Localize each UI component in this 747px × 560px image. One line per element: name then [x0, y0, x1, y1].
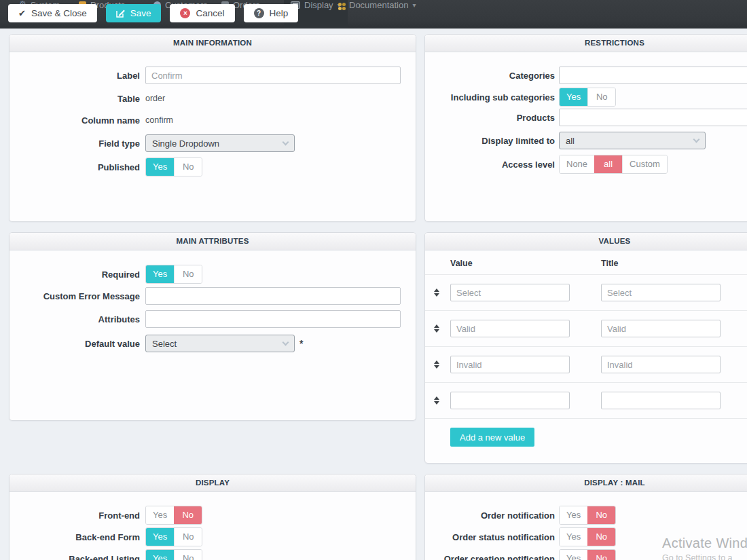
published-no-option[interactable]: No	[174, 158, 202, 176]
sub-categories-yes-option[interactable]: Yes	[560, 88, 587, 106]
title-input[interactable]	[601, 392, 721, 409]
value-input[interactable]	[450, 284, 570, 301]
add-value-button[interactable]: Add a new value	[450, 428, 534, 447]
watermark-line1: Activate Wind	[662, 536, 747, 551]
save-close-button[interactable]: ✔ Save & Close	[8, 4, 97, 22]
windows-activation-watermark: Activate Wind Go to Settings to a	[662, 536, 747, 560]
back-end-form-toggle: Yes No	[145, 527, 202, 546]
edit-icon	[116, 9, 125, 18]
title-column-header: Title	[601, 259, 618, 268]
cancel-button[interactable]: × Cancel	[170, 4, 234, 22]
default-value-label: Default value	[10, 339, 140, 349]
menu-item-label: Documentation	[349, 0, 408, 10]
back-end-form-no-option[interactable]: No	[174, 528, 202, 546]
title-input[interactable]	[601, 320, 721, 337]
drag-handle-icon[interactable]	[433, 394, 440, 407]
cancel-label: Cancel	[196, 8, 224, 18]
value-input[interactable]	[450, 320, 570, 337]
published-yes-option[interactable]: Yes	[146, 158, 174, 176]
panel-title: RESTRICTIONS	[425, 35, 747, 52]
action-toolbar: ✔ Save & Close Save × Cancel ? Help	[8, 4, 298, 22]
display-limited-value: all	[566, 136, 575, 146]
attributes-input[interactable]	[145, 310, 401, 328]
order-notification-no-option[interactable]: No	[587, 506, 615, 524]
watermark-line2: Go to Settings to a	[662, 553, 747, 560]
chevron-down-icon	[283, 339, 289, 346]
order-status-notification-label: Order status notification	[425, 532, 555, 542]
value-row	[425, 383, 747, 419]
front-end-yes-option[interactable]: Yes	[146, 506, 174, 524]
column-name-label: Column name	[10, 115, 140, 126]
custom-error-input[interactable]	[145, 287, 401, 305]
access-none-option[interactable]: None	[560, 155, 594, 173]
save-close-label: Save & Close	[31, 8, 87, 18]
panel-title: MAIN ATTRIBUTES	[10, 233, 416, 250]
back-end-listing-toggle: Yes No	[145, 549, 202, 560]
panel-restrictions: RESTRICTIONS Categories Including sub ca…	[424, 34, 747, 222]
value-row	[425, 311, 747, 347]
required-toggle: Yes No	[145, 265, 202, 284]
display-limited-label: Display limited to	[425, 136, 555, 146]
title-input[interactable]	[601, 356, 721, 373]
values-column-headers: Value Title	[425, 250, 747, 275]
access-custom-option[interactable]: Custom	[622, 155, 667, 173]
value-input[interactable]	[450, 356, 570, 373]
label-field-label: Label	[10, 71, 140, 81]
field-type-select[interactable]: Single Dropdown	[145, 134, 295, 152]
order-status-notification-no-option[interactable]: No	[587, 528, 615, 546]
value-row	[425, 347, 747, 383]
title-input[interactable]	[601, 284, 721, 301]
back-end-listing-no-option[interactable]: No	[174, 550, 202, 560]
order-creation-notification-yes-option[interactable]: Yes	[560, 550, 587, 560]
drag-handle-icon[interactable]	[433, 358, 440, 371]
column-name-value: confirm	[145, 115, 173, 125]
drag-handle-icon[interactable]	[433, 286, 440, 299]
display-limited-select[interactable]: all	[559, 132, 706, 149]
order-notification-label: Order notification	[425, 510, 555, 521]
chevron-down-icon	[693, 136, 700, 143]
access-all-option[interactable]: all	[594, 155, 622, 173]
help-label: Help	[270, 8, 289, 18]
table-value: order	[145, 94, 165, 103]
back-end-listing-yes-option[interactable]: Yes	[146, 550, 174, 560]
front-end-no-option[interactable]: No	[174, 506, 202, 524]
published-label: Published	[10, 162, 140, 172]
order-creation-notification-toggle: Yes No	[559, 549, 616, 560]
attributes-label: Attributes	[10, 314, 140, 324]
order-status-notification-yes-option[interactable]: Yes	[560, 528, 587, 546]
default-value-select[interactable]: Select	[145, 335, 295, 352]
panel-main-attributes: MAIN ATTRIBUTES Required Yes No Custom E…	[9, 232, 416, 421]
help-button[interactable]: ? Help	[244, 4, 299, 22]
top-menu-bar: ⚙ System ▾ Products ▾ Customers ▾ Orders…	[0, 0, 747, 29]
categories-input[interactable]	[559, 67, 747, 84]
chevron-down-icon: ▾	[412, 0, 416, 10]
required-no-option[interactable]: No	[174, 265, 202, 283]
required-asterisk: *	[299, 338, 303, 349]
panel-title: VALUES	[425, 233, 747, 250]
published-toggle: Yes No	[145, 157, 202, 176]
sub-categories-no-option[interactable]: No	[587, 88, 615, 106]
required-yes-option[interactable]: Yes	[146, 265, 174, 283]
back-end-form-label: Back-end Form	[10, 532, 140, 542]
menu-item-documentation[interactable]: Documentation ▾	[338, 0, 416, 29]
order-creation-notification-no-option[interactable]: No	[587, 550, 615, 560]
back-end-listing-label: Back-end Listing	[10, 554, 140, 560]
save-button[interactable]: Save	[106, 4, 162, 22]
value-input[interactable]	[450, 392, 570, 409]
required-label: Required	[10, 269, 140, 280]
cancel-circle-icon: ×	[180, 8, 190, 18]
check-icon: ✔	[18, 8, 26, 18]
label-input[interactable]	[145, 67, 401, 84]
order-notification-yes-option[interactable]: Yes	[560, 506, 587, 524]
default-value-text: Select	[152, 339, 177, 349]
table-label: Table	[10, 94, 140, 104]
chevron-down-icon	[283, 138, 289, 145]
access-level-label: Access level	[425, 160, 555, 170]
panel-title: MAIN INFORMATION	[10, 35, 416, 52]
drag-handle-icon[interactable]	[433, 322, 440, 335]
field-type-value: Single Dropdown	[152, 138, 219, 149]
products-input[interactable]	[559, 109, 747, 126]
back-end-form-yes-option[interactable]: Yes	[146, 528, 174, 546]
front-end-label: Front-end	[10, 510, 140, 521]
products-label: Products	[425, 113, 555, 123]
